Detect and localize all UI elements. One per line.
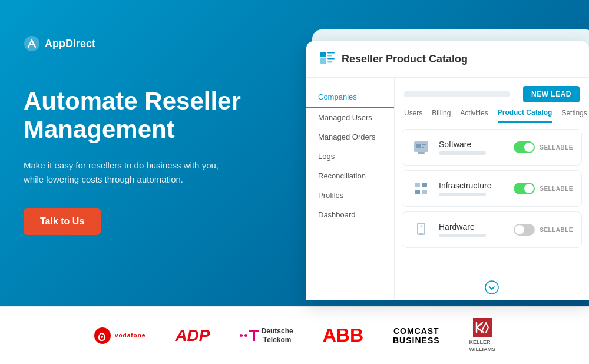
svg-rect-7	[414, 141, 428, 152]
kw-logo-icon	[473, 318, 492, 337]
software-bar	[439, 151, 486, 155]
hardware-sellable-label: SELLABLE	[540, 227, 573, 233]
sidebar-item-companies[interactable]: Companies	[306, 87, 394, 108]
card-header: Reseller Product Catalog	[306, 41, 589, 78]
new-lead-button[interactable]: NEW LEAD	[523, 86, 580, 102]
dt-name-text: DeutscheTelekom	[262, 327, 293, 344]
svg-rect-14	[415, 190, 420, 194]
appdirect-logo-icon	[24, 35, 40, 52]
tabs-row: Users Billing Activities Product Catalog…	[395, 102, 589, 123]
svg-rect-3	[327, 52, 335, 54]
infrastructure-icon	[411, 178, 432, 199]
product-item-hardware: Hardware SELLABLE	[402, 211, 582, 248]
tab-product-catalog[interactable]: Product Catalog	[498, 108, 552, 123]
card-body: Companies Managed Users Managed Orders L…	[306, 78, 589, 299]
sidebar-item-logs[interactable]: Logs	[306, 147, 394, 166]
svg-rect-10	[422, 147, 424, 148]
hardware-bar	[439, 234, 486, 237]
vodafone-label: vodafone	[115, 332, 145, 339]
search-bar-placeholder	[404, 91, 510, 97]
adp-label: ADP	[175, 326, 210, 345]
dt-dot1	[240, 334, 243, 337]
tab-settings[interactable]: Settings	[561, 109, 587, 122]
vodafone-icon	[94, 327, 111, 345]
card-title: Reseller Product Catalog	[342, 53, 468, 65]
partner-deutsche-telekom: T DeutscheTelekom	[240, 327, 293, 344]
expand-button[interactable]	[395, 276, 589, 299]
software-toggle[interactable]	[514, 141, 535, 153]
svg-rect-4	[327, 55, 332, 57]
sidebar-item-managed-users[interactable]: Managed Users	[306, 108, 394, 127]
software-controls: SELLABLE	[514, 141, 573, 153]
svg-rect-11	[418, 152, 425, 154]
hardware-toggle[interactable]	[514, 224, 535, 236]
sidebar-item-profiles[interactable]: Profiles	[306, 186, 394, 205]
logo-area: AppDirect	[24, 35, 259, 52]
brand-name: AppDirect	[45, 38, 95, 50]
infrastructure-name: Infrasctructure	[439, 181, 507, 190]
software-info: Software	[439, 140, 507, 155]
hero-title: Automate Reseller Management	[24, 87, 259, 144]
svg-point-0	[24, 36, 39, 51]
tab-activities[interactable]: Activities	[460, 109, 488, 122]
comcast-top-text: COMCAST	[393, 326, 439, 336]
hardware-info: Hardware	[439, 222, 507, 237]
logos-section: vodafone ADP T DeutscheTelekom ABB COMCA…	[0, 306, 589, 364]
svg-rect-12	[415, 183, 420, 187]
infrastructure-toggle[interactable]	[514, 183, 535, 194]
content-area: NEW LEAD Users Billing Activities Produc…	[395, 78, 589, 299]
kw-text-label: KELLERWILLIAMS	[469, 339, 496, 353]
comcast-bottom-text: BUSINESS	[393, 336, 440, 345]
cta-button[interactable]: Talk to Us	[24, 208, 101, 235]
tab-billing[interactable]: Billing	[432, 109, 451, 122]
hero-section: AppDirect Automate Reseller Management M…	[0, 0, 589, 306]
tab-users[interactable]: Users	[404, 109, 422, 122]
partner-abb: ABB	[323, 325, 363, 346]
product-list: Software SELLABLE	[395, 123, 589, 276]
abb-label: ABB	[323, 325, 363, 346]
svg-rect-6	[327, 61, 332, 63]
sidebar-item-dashboard[interactable]: Dashboard	[306, 205, 394, 224]
software-name: Software	[439, 140, 507, 149]
dt-dot2	[244, 334, 247, 337]
main-card: Reseller Product Catalog Companies Manag…	[306, 41, 589, 300]
partner-vodafone: vodafone	[94, 327, 145, 345]
svg-rect-9	[422, 144, 426, 145]
sidebar-item-managed-orders[interactable]: Managed Orders	[306, 127, 394, 147]
hardware-name: Hardware	[439, 222, 507, 231]
infrastructure-sellable-label: SELLABLE	[540, 186, 573, 192]
hardware-controls: SELLABLE	[514, 224, 573, 236]
sidebar: Companies Managed Users Managed Orders L…	[306, 78, 395, 299]
sidebar-item-reconciliation[interactable]: Reconciliation	[306, 166, 394, 186]
svg-rect-15	[422, 190, 427, 194]
svg-rect-5	[327, 58, 335, 60]
hero-left: AppDirect Automate Reseller Management M…	[0, 0, 283, 259]
svg-rect-1	[320, 52, 326, 57]
infrastructure-controls: SELLABLE	[514, 183, 573, 194]
hero-right-panel: Reseller Product Catalog Companies Manag…	[300, 12, 589, 300]
partner-adp: ADP	[175, 326, 210, 345]
svg-rect-2	[320, 58, 326, 64]
software-sellable-label: SELLABLE	[540, 144, 573, 151]
dt-t-letter: T	[249, 327, 259, 344]
hero-description: Make it easy for resellers to do busines…	[24, 158, 236, 187]
infrastructure-info: Infrasctructure	[439, 181, 507, 196]
infrastructure-bar	[439, 193, 486, 196]
svg-rect-17	[419, 233, 423, 234]
partner-comcast: COMCAST BUSINESS	[393, 326, 440, 345]
svg-point-19	[485, 281, 498, 294]
product-item-infrastructure: Infrasctructure SELLABLE	[402, 170, 582, 207]
svg-rect-13	[422, 183, 427, 187]
svg-point-18	[421, 226, 422, 227]
catalog-icon	[320, 52, 335, 67]
software-icon	[411, 137, 432, 158]
svg-rect-8	[416, 144, 421, 148]
svg-point-21	[101, 336, 103, 338]
partner-keller-williams: KELLERWILLIAMS	[469, 318, 496, 353]
content-topbar: NEW LEAD	[395, 78, 589, 102]
product-item-software: Software SELLABLE	[402, 129, 582, 166]
hardware-icon	[411, 219, 432, 240]
